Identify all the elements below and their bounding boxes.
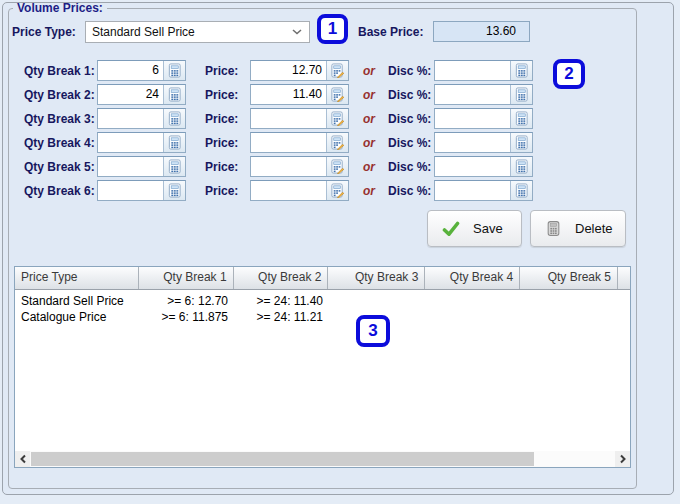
price-5-input[interactable] — [250, 156, 349, 177]
calculator-icon — [167, 111, 182, 126]
save-button[interactable]: Save — [427, 210, 522, 247]
qty-break-6-value — [98, 181, 163, 200]
price-6-input[interactable] — [250, 180, 349, 201]
calculator-icon — [167, 135, 182, 150]
delete-button-label: Delete — [575, 221, 613, 236]
grid-cell: Catalogue Price — [15, 309, 139, 325]
qty-break-6-label: Qty Break 6: — [24, 184, 95, 198]
price-3-edit-button[interactable] — [326, 109, 348, 128]
grid-cell: >= 24: 11.40 — [234, 293, 329, 309]
grid-header-qty-break-3[interactable]: Qty Break 3 — [328, 267, 425, 289]
disc-4-value — [435, 133, 510, 152]
disc-1-value — [435, 61, 510, 80]
disc-1-input[interactable] — [434, 60, 533, 81]
grid-header-row: Price Type Qty Break 1 Qty Break 2 Qty B… — [15, 267, 630, 290]
grid-row-standard-sell-price[interactable]: Standard Sell Price >= 6: 12.70 >= 24: 1… — [15, 293, 630, 309]
price-1-label: Price: — [205, 64, 238, 78]
delete-button[interactable]: Delete — [530, 210, 626, 247]
qty-break-2-input[interactable]: 24 — [97, 84, 186, 105]
calculator-icon — [514, 159, 529, 174]
disc-6-input[interactable] — [434, 180, 533, 201]
price-1-edit-button[interactable] — [326, 61, 348, 80]
calculator-edit-icon — [330, 183, 345, 198]
qty-break-3-value — [98, 109, 163, 128]
qty-break-5-input[interactable] — [97, 156, 186, 177]
disc-2-input[interactable] — [434, 84, 533, 105]
disc-4-calculator-button[interactable] — [510, 133, 532, 152]
grid-cell: Standard Sell Price — [15, 293, 139, 309]
price-3-value — [251, 109, 326, 128]
qty-break-4-input[interactable] — [97, 132, 186, 153]
price-6-label: Price: — [205, 184, 238, 198]
or-1-label: or — [363, 64, 375, 78]
disc-3-calculator-button[interactable] — [510, 109, 532, 128]
price-6-edit-button[interactable] — [326, 181, 348, 200]
scroll-left-button[interactable] — [15, 451, 30, 467]
disc-2-calculator-button[interactable] — [510, 85, 532, 104]
scrollbar-track[interactable] — [30, 451, 615, 467]
price-3-input[interactable] — [250, 108, 349, 129]
qty-break-3-calculator-button[interactable] — [163, 109, 185, 128]
annotation-callout-1: 1 — [317, 14, 348, 44]
disc-5-calculator-button[interactable] — [510, 157, 532, 176]
grid-cell — [426, 309, 521, 325]
disc-4-input[interactable] — [434, 132, 533, 153]
grid-row-catalogue-price[interactable]: Catalogue Price >= 6: 11.875 >= 24: 11.2… — [15, 309, 630, 325]
qty-break-5-label: Qty Break 5: — [24, 160, 95, 174]
scroll-right-button[interactable] — [615, 451, 630, 467]
qty-break-3-input[interactable] — [97, 108, 186, 129]
chevron-right-icon — [619, 454, 627, 464]
qty-break-4-calculator-button[interactable] — [163, 133, 185, 152]
grid-header-qty-break-5[interactable]: Qty Break 5 — [520, 267, 618, 289]
grid-header-filler — [618, 267, 630, 289]
disc-3-input[interactable] — [434, 108, 533, 129]
grid-header-qty-break-4[interactable]: Qty Break 4 — [425, 267, 520, 289]
calculator-edit-icon — [330, 159, 345, 174]
qty-break-row-2: Qty Break 2: 24 Price: 11.40 or Disc %: — [0, 84, 680, 106]
price-4-value — [251, 133, 326, 152]
disc-1-calculator-button[interactable] — [510, 61, 532, 80]
horizontal-scrollbar[interactable] — [15, 451, 630, 467]
price-4-input[interactable] — [250, 132, 349, 153]
calculator-icon — [514, 63, 529, 78]
price-1-input[interactable]: 12.70 — [250, 60, 349, 81]
disc-5-value — [435, 157, 510, 176]
chevron-down-icon — [285, 29, 309, 35]
disc-6-value — [435, 181, 510, 200]
groupbox-legend: Volume Prices: — [13, 1, 107, 15]
qty-break-5-value — [98, 157, 163, 176]
grid-cell — [329, 293, 426, 309]
qty-break-4-label: Qty Break 4: — [24, 136, 95, 150]
calculator-icon — [167, 183, 182, 198]
disc-2-label: Disc %: — [388, 88, 431, 102]
price-breaks-grid: Price Type Qty Break 1 Qty Break 2 Qty B… — [14, 266, 631, 468]
disc-5-input[interactable] — [434, 156, 533, 177]
qty-break-6-input[interactable] — [97, 180, 186, 201]
disc-3-value — [435, 109, 510, 128]
price-2-edit-button[interactable] — [326, 85, 348, 104]
price-1-value: 12.70 — [251, 61, 326, 80]
scrollbar-thumb[interactable] — [31, 452, 534, 466]
grid-cell: >= 6: 12.70 — [139, 293, 234, 309]
qty-break-1-calculator-button[interactable] — [163, 61, 185, 80]
qty-break-1-input[interactable]: 6 — [97, 60, 186, 81]
qty-break-row-4: Qty Break 4: Price: or Disc %: — [0, 132, 680, 154]
price-2-input[interactable]: 11.40 — [250, 84, 349, 105]
qty-break-5-calculator-button[interactable] — [163, 157, 185, 176]
grid-header-qty-break-2[interactable]: Qty Break 2 — [234, 267, 329, 289]
grid-header-qty-break-1[interactable]: Qty Break 1 — [139, 267, 234, 289]
disc-4-label: Disc %: — [388, 136, 431, 150]
qty-break-2-value: 24 — [98, 85, 163, 104]
qty-break-6-calculator-button[interactable] — [163, 181, 185, 200]
disc-6-calculator-button[interactable] — [510, 181, 532, 200]
grid-cell: >= 6: 11.875 — [139, 309, 234, 325]
price-type-dropdown[interactable]: Standard Sell Price — [85, 21, 310, 43]
qty-break-2-calculator-button[interactable] — [163, 85, 185, 104]
qty-break-1-label: Qty Break 1: — [24, 64, 95, 78]
price-5-edit-button[interactable] — [326, 157, 348, 176]
or-3-label: or — [363, 112, 375, 126]
price-4-edit-button[interactable] — [326, 133, 348, 152]
base-price-field: 13.60 — [433, 21, 530, 42]
disc-1-label: Disc %: — [388, 64, 431, 78]
grid-header-price-type[interactable]: Price Type — [15, 267, 139, 289]
